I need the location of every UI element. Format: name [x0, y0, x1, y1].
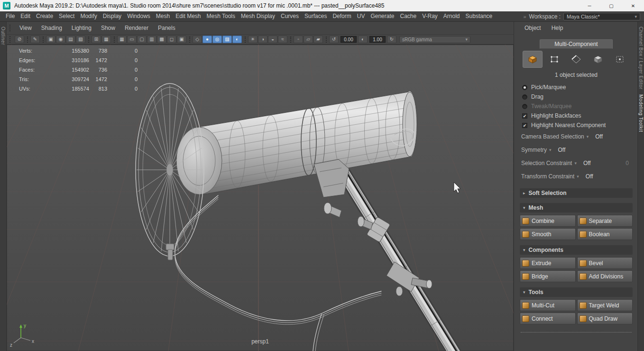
- menu-display[interactable]: Display: [100, 11, 124, 21]
- button-combine[interactable]: Combine: [520, 215, 576, 227]
- multi-component-tab[interactable]: Multi-Component: [540, 39, 613, 49]
- image-plane-icon[interactable]: ▧: [76, 36, 85, 43]
- field-chart-icon[interactable]: ▩: [157, 36, 166, 43]
- panel-resize-handle[interactable]: [521, 332, 632, 333]
- button-add-divisions[interactable]: Add Divisions: [577, 270, 633, 282]
- panel-menu-show[interactable]: Show: [96, 23, 120, 33]
- checkbox-highlight-backfaces[interactable]: ✔Highlight Backfaces: [520, 111, 633, 120]
- xray-icon[interactable]: ▱: [304, 36, 313, 43]
- grease-pencil-icon[interactable]: ✎: [30, 36, 40, 43]
- vertex-select-icon[interactable]: [544, 51, 564, 68]
- maximize-button[interactable]: ▢: [600, 0, 622, 11]
- section-components[interactable]: ▾Components: [520, 245, 633, 255]
- menu-mesh-tools[interactable]: Mesh Tools: [204, 11, 238, 21]
- menu-uv[interactable]: UV: [354, 11, 368, 21]
- lock-camera-icon[interactable]: ▣: [46, 36, 55, 43]
- button-bevel[interactable]: Bevel: [577, 257, 633, 269]
- menu-object[interactable]: Object: [522, 23, 544, 33]
- menu-create[interactable]: Create: [33, 11, 56, 21]
- panel-menu-shading[interactable]: Shading: [37, 23, 67, 33]
- use-default-material-icon[interactable]: ◐: [232, 36, 242, 43]
- menu-cache[interactable]: Cache: [397, 11, 419, 21]
- button-extrude[interactable]: Extrude: [520, 257, 576, 269]
- tab-modeling-toolkit[interactable]: Modeling Toolkit: [638, 94, 644, 132]
- wireframe-on-shaded-icon[interactable]: ◎: [212, 36, 222, 43]
- menu-file[interactable]: File: [3, 11, 18, 21]
- menu-windows[interactable]: Windows: [124, 11, 153, 21]
- film-gate-icon[interactable]: ▭: [127, 36, 137, 43]
- camera-attributes-icon[interactable]: ◉: [56, 36, 65, 43]
- gamma-field[interactable]: [369, 36, 386, 43]
- dropdown-transform-constraint[interactable]: Transform Constraint▾Off: [520, 170, 633, 183]
- edge-select-icon[interactable]: [566, 51, 586, 68]
- checkbox-highlight-nearest-component[interactable]: ✔Highlight Nearest Component: [520, 120, 633, 130]
- oversampling-icon[interactable]: ▦: [101, 36, 111, 43]
- bookmarks-icon[interactable]: ▤: [66, 36, 75, 43]
- dropdown-selection-constraint[interactable]: Selection Constraint▾Off0: [520, 157, 633, 170]
- minimize-button[interactable]: ─: [579, 0, 600, 11]
- view-transform-select[interactable]: sRGB gamma▾: [399, 36, 470, 43]
- object-select-icon[interactable]: [523, 51, 543, 68]
- wireframe-icon[interactable]: ◇: [193, 36, 202, 43]
- button-connect[interactable]: Connect: [520, 313, 576, 324]
- button-multi-cut[interactable]: Multi-Cut: [520, 299, 576, 311]
- menu-substance[interactable]: Substance: [463, 11, 496, 21]
- tab-outliner[interactable]: Outliner: [0, 27, 6, 45]
- menu-modify[interactable]: Modify: [77, 11, 100, 21]
- menu-v-ray[interactable]: V-Ray: [419, 11, 441, 21]
- motion-blur-icon[interactable]: ≈: [278, 36, 287, 43]
- button-separate[interactable]: Separate: [577, 215, 633, 227]
- radio-tweak-marquee[interactable]: Tweak/Marquee: [520, 102, 633, 111]
- menu-overflow-icon[interactable]: »: [523, 14, 526, 19]
- exposure-icon[interactable]: ↺: [329, 36, 339, 43]
- panel-menu-panels[interactable]: Panels: [153, 23, 180, 33]
- contrast-icon[interactable]: ◐: [358, 36, 368, 43]
- grid-display-icon[interactable]: ▦: [117, 36, 127, 43]
- button-quad-draw[interactable]: Quad Draw: [577, 313, 633, 324]
- tab-channel-box-layer-editor[interactable]: Channel Box / Layer Editor: [638, 27, 644, 90]
- section-mesh[interactable]: ▾Mesh: [520, 203, 633, 212]
- button-target-weld[interactable]: Target Weld: [577, 299, 633, 311]
- exposure-field[interactable]: [340, 36, 357, 43]
- workspace-select[interactable]: Maya Classic* ▾: [563, 13, 640, 20]
- section-tools[interactable]: ▾Tools: [520, 287, 633, 297]
- safe-title-icon[interactable]: ▣: [177, 36, 186, 43]
- menu-curves[interactable]: Curves: [278, 11, 302, 21]
- panel-menu-view[interactable]: View: [15, 23, 37, 33]
- smooth-shade-icon[interactable]: ●: [202, 36, 212, 43]
- gamma-icon[interactable]: ↻: [387, 36, 396, 43]
- menu-select[interactable]: Select: [56, 11, 77, 21]
- menu-arnold[interactable]: Arnold: [441, 11, 463, 21]
- shadows-icon[interactable]: ◑: [258, 36, 267, 43]
- dropdown-symmetry[interactable]: Symmetry▾Off: [520, 143, 633, 157]
- menu-deform[interactable]: Deform: [330, 11, 354, 21]
- menu-edit[interactable]: Edit: [18, 11, 33, 21]
- button-smooth[interactable]: Smooth: [520, 228, 576, 240]
- panel-menu-lighting[interactable]: Lighting: [67, 23, 96, 33]
- drag-grip-icon[interactable]: [9, 25, 12, 31]
- menu-generate[interactable]: Generate: [368, 11, 397, 21]
- uv-select-icon[interactable]: [610, 51, 630, 68]
- drag-grip-icon[interactable]: [9, 36, 12, 43]
- isolate-select-icon[interactable]: ▫: [294, 36, 303, 43]
- dropdown-camera-based-selection[interactable]: Camera Based Selection▾Off: [520, 130, 633, 143]
- button-boolean[interactable]: Boolean: [577, 228, 633, 240]
- safe-action-icon[interactable]: ◻: [167, 36, 176, 43]
- menu-edit-mesh[interactable]: Edit Mesh: [173, 11, 203, 21]
- button-bridge[interactable]: Bridge: [520, 270, 576, 282]
- selection-mask-icon[interactable]: ⊘: [15, 36, 24, 43]
- joints-xray-icon[interactable]: ▰: [313, 36, 323, 43]
- menu-mesh[interactable]: Mesh: [153, 11, 173, 21]
- gate-mask-icon[interactable]: ▥: [147, 36, 156, 43]
- ambient-occlusion-icon[interactable]: ◒: [268, 36, 277, 43]
- 2d-pan-zoom-icon[interactable]: ⊞: [92, 36, 101, 43]
- panel-menu-renderer[interactable]: Renderer: [120, 23, 153, 33]
- close-button[interactable]: ✕: [622, 0, 644, 11]
- menu-help[interactable]: Help: [549, 23, 566, 33]
- textured-icon[interactable]: ▨: [222, 36, 232, 43]
- section-soft-selection[interactable]: ▸Soft Selection: [520, 188, 633, 198]
- face-select-icon[interactable]: [588, 51, 608, 68]
- menu-surfaces[interactable]: Surfaces: [302, 11, 330, 21]
- viewport[interactable]: y x z Verts:1553807380Edges:31018614720F…: [7, 45, 514, 351]
- menu-mesh-display[interactable]: Mesh Display: [238, 11, 278, 21]
